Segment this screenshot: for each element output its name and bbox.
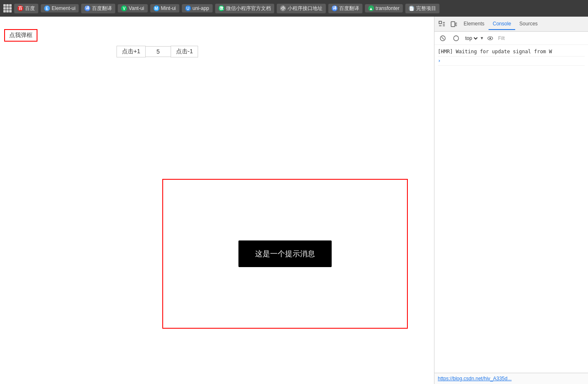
bookmark-transfonter[interactable]: ▲ transfonter	[365, 4, 403, 12]
bookmark-baidufan-label: 百度翻译	[92, 5, 112, 12]
baidu-icon: 百	[17, 5, 23, 11]
bookmark-full-label: 完整项目	[416, 5, 436, 12]
bookmark-baidu[interactable]: 百 百度	[14, 4, 38, 13]
devtools-bottom-link[interactable]: https://blog.csdn.net/hiv_A335d...	[434, 373, 588, 384]
filter-label: Filt	[498, 35, 505, 41]
svg-line-8	[442, 37, 444, 40]
bookmark-element-label: Element-ui	[52, 5, 75, 11]
bookmark-element[interactable]: E Element-ui	[41, 4, 79, 12]
devtools-toolbar: top ▼ Filt	[434, 32, 588, 45]
bookmark-mint[interactable]: M Mint-ui	[150, 4, 179, 12]
console-log-text: [HMR] Waiting for update signal from W	[438, 49, 552, 55]
bookmark-baidu-label: 百度	[25, 5, 35, 12]
console-prompt-line[interactable]: ›	[438, 57, 585, 66]
baidufan-icon: 译	[84, 5, 90, 11]
bookmark-transfonter-label: transfonter	[376, 5, 399, 11]
wx-icon: 微	[218, 5, 224, 11]
mint-icon: M	[154, 5, 159, 11]
svg-rect-0	[439, 21, 442, 24]
toast-message: 这是一个提示消息	[238, 240, 332, 267]
browser-toolbar: 百 百度 E Element-ui 译 百度翻译 V Vant-ui M Min…	[0, 0, 588, 17]
console-prompt-icon[interactable]: ›	[438, 58, 441, 64]
svg-rect-5	[451, 22, 455, 27]
full-icon: 📄	[409, 5, 414, 11]
bookmark-wx-label: 微信小程序官方文档	[226, 5, 271, 12]
bookmark-baidu2-label: 百度翻译	[339, 5, 359, 12]
bookmark-baidu2[interactable]: 译 百度翻译	[328, 4, 362, 13]
vant-icon: V	[121, 5, 127, 11]
browser-content: 点我弹框 点击+1 5 点击-1 这是一个提示消息	[0, 17, 434, 384]
svg-point-11	[489, 37, 491, 39]
element-icon: E	[44, 5, 50, 11]
svg-rect-6	[456, 23, 457, 26]
bookmark-api[interactable]: 小 小程序接口地址	[277, 4, 326, 13]
apps-icon[interactable]	[3, 4, 12, 12]
context-selector-wrap: top ▼	[464, 35, 484, 42]
bookmark-uniapp[interactable]: U uni-app	[182, 4, 213, 12]
tab-console[interactable]: Console	[489, 18, 515, 30]
bookmark-api-label: 小程序接口地址	[288, 5, 323, 12]
devtools-console-content: [HMR] Waiting for update signal from W ›	[434, 45, 588, 373]
device-toolbar-icon[interactable]	[448, 18, 459, 30]
counter-display: 5	[146, 46, 171, 57]
bookmark-full[interactable]: 📄 完整项目	[405, 4, 439, 13]
bookmark-vant[interactable]: V Vant-ui	[118, 4, 147, 12]
preserve-log-icon[interactable]	[450, 32, 462, 44]
transfonter-icon: ▲	[368, 5, 374, 11]
bookmark-uniapp-label: uni-app	[193, 5, 209, 11]
eye-icon[interactable]	[486, 34, 495, 43]
bookmark-vant-label: Vant-ui	[129, 5, 144, 11]
bookmark-baidufan[interactable]: 译 百度翻译	[81, 4, 115, 13]
red-bordered-box: 这是一个提示消息	[162, 179, 408, 329]
devtools-panel: Elements Console Sources top ▼	[434, 17, 588, 384]
devtools-tab-bar: Elements Console Sources	[434, 17, 588, 32]
baidu2-icon: 译	[332, 5, 337, 11]
bookmark-mint-label: Mint-ui	[161, 5, 176, 11]
uni-icon: U	[185, 5, 191, 11]
tab-sources[interactable]: Sources	[515, 18, 542, 30]
increment-button[interactable]: 点击+1	[117, 46, 146, 57]
console-log-hmr: [HMR] Waiting for update signal from W	[438, 47, 585, 57]
context-selector[interactable]: top	[464, 35, 479, 42]
decrement-button[interactable]: 点击-1	[171, 46, 198, 57]
clear-console-icon[interactable]	[437, 32, 449, 44]
tab-elements[interactable]: Elements	[459, 18, 489, 30]
inspect-element-icon[interactable]	[436, 18, 448, 30]
api-icon: 小	[280, 5, 286, 11]
svg-point-9	[454, 36, 459, 41]
main-layout: 点我弹框 点击+1 5 点击-1 这是一个提示消息	[0, 17, 588, 384]
bookmark-wx[interactable]: 微 微信小程序官方文档	[215, 4, 274, 13]
counter-area: 点击+1 5 点击-1	[117, 46, 198, 57]
popup-button[interactable]: 点我弹框	[4, 29, 37, 42]
